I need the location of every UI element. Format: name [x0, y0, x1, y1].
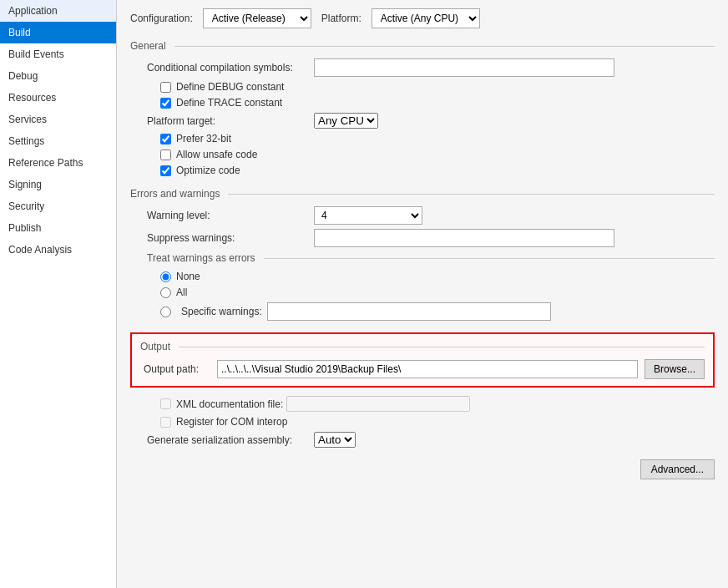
platform-target-row: Platform target: Any CPU x86 x64 — [130, 113, 715, 129]
output-title: Output — [140, 341, 705, 352]
output-path-input[interactable] — [217, 360, 638, 378]
none-radio[interactable] — [160, 271, 171, 282]
define-trace-checkbox[interactable] — [160, 98, 171, 109]
optimize-code-row: Optimize code — [130, 165, 715, 176]
errors-warnings-section: Errors and warnings Warning level: 4 0 1… — [130, 188, 715, 321]
general-title: General — [130, 40, 715, 52]
sidebar-item-application[interactable]: Application — [0, 0, 116, 22]
configuration-select[interactable]: Active (Release)DebugReleaseAll Configur… — [203, 8, 311, 28]
suppress-warnings-input[interactable] — [314, 229, 614, 247]
suppress-warnings-row: Suppress warnings: — [130, 229, 715, 247]
define-debug-checkbox[interactable] — [160, 82, 171, 93]
prefer-32bit-checkbox[interactable] — [160, 134, 171, 144]
treat-warnings-title: Treat warnings as errors — [147, 252, 715, 264]
specific-radio-row: Specific warnings: — [130, 302, 715, 321]
sidebar-item-publish[interactable]: Publish — [0, 217, 116, 239]
output-path-label: Output path: — [144, 363, 210, 375]
prefer-32bit-label: Prefer 32-bit — [176, 133, 231, 144]
sidebar: ApplicationBuildBuild EventsDebugResourc… — [0, 0, 117, 588]
register-com-label: Register for COM interop — [176, 416, 287, 428]
platform-select[interactable]: Active (Any CPU)Any CPUx86x64 — [372, 8, 480, 28]
xml-doc-row: XML documentation file: — [130, 396, 715, 412]
conditional-label: Conditional compilation symbols: — [147, 62, 314, 74]
sidebar-item-build-events[interactable]: Build Events — [0, 43, 116, 65]
configuration-label: Configuration: — [130, 13, 193, 24]
specific-input[interactable] — [267, 302, 551, 321]
register-com-row: Register for COM interop — [130, 416, 715, 428]
generate-serial-row: Generate serialization assembly: Auto On… — [130, 432, 715, 448]
sidebar-item-settings[interactable]: Settings — [0, 130, 116, 152]
general-section: General Conditional compilation symbols:… — [130, 40, 715, 176]
warning-level-row: Warning level: 4 0 1 2 3 — [130, 206, 715, 225]
sidebar-item-build[interactable]: Build — [0, 22, 116, 43]
optimize-code-checkbox[interactable] — [160, 165, 171, 176]
suppress-warnings-label: Suppress warnings: — [147, 232, 314, 244]
platform-target-select[interactable]: Any CPU x86 x64 — [314, 113, 378, 129]
xml-doc-input[interactable] — [286, 396, 470, 412]
warning-level-label: Warning level: — [147, 210, 314, 221]
register-com-checkbox[interactable] — [160, 417, 171, 428]
main-content: Configuration: Active (Release)DebugRele… — [117, 0, 728, 588]
conditional-input[interactable] — [314, 58, 614, 77]
sidebar-item-security[interactable]: Security — [0, 195, 116, 217]
advanced-button[interactable]: Advanced... — [640, 459, 715, 479]
output-section: Output Output path: Browse... — [130, 332, 715, 388]
allow-unsafe-label: Allow unsafe code — [176, 149, 257, 160]
specific-label: Specific warnings: — [181, 306, 262, 317]
sidebar-item-debug[interactable]: Debug — [0, 65, 116, 87]
sidebar-item-services[interactable]: Services — [0, 109, 116, 130]
platform-target-label: Platform target: — [147, 115, 314, 127]
output-path-row: Output path: Browse... — [140, 359, 705, 379]
optimize-code-label: Optimize code — [176, 165, 240, 176]
config-bar: Configuration: Active (Release)DebugRele… — [130, 8, 715, 28]
generate-serial-select[interactable]: Auto On Off — [314, 432, 356, 448]
platform-label: Platform: — [321, 13, 361, 24]
define-debug-label: Define DEBUG constant — [176, 81, 284, 93]
sidebar-item-reference-paths[interactable]: Reference Paths — [0, 152, 116, 174]
specific-radio[interactable] — [160, 307, 171, 317]
generate-serial-label: Generate serialization assembly: — [147, 434, 314, 446]
allow-unsafe-row: Allow unsafe code — [130, 149, 715, 160]
all-radio-row: All — [130, 286, 715, 298]
all-label: All — [176, 286, 187, 298]
specific-inline: Specific warnings: — [160, 302, 551, 321]
bottom-bar: Advanced... — [130, 459, 715, 479]
define-trace-row: Define TRACE constant — [130, 97, 715, 109]
xml-doc-checkbox[interactable] — [160, 398, 171, 409]
allow-unsafe-checkbox[interactable] — [160, 150, 171, 160]
errors-warnings-title: Errors and warnings — [130, 188, 715, 200]
none-label: None — [176, 271, 200, 282]
browse-button[interactable]: Browse... — [645, 359, 705, 379]
post-output-section: XML documentation file: Register for COM… — [130, 396, 715, 448]
conditional-row: Conditional compilation symbols: — [130, 58, 715, 77]
sidebar-item-code-analysis[interactable]: Code Analysis — [0, 239, 116, 261]
define-debug-row: Define DEBUG constant — [130, 81, 715, 93]
all-radio[interactable] — [160, 287, 171, 298]
define-trace-label: Define TRACE constant — [176, 97, 282, 109]
none-radio-row: None — [130, 271, 715, 282]
warning-level-select[interactable]: 4 0 1 2 3 — [314, 206, 422, 225]
sidebar-item-resources[interactable]: Resources — [0, 87, 116, 109]
xml-doc-label: XML documentation file: — [176, 398, 283, 410]
sidebar-item-signing[interactable]: Signing — [0, 174, 116, 195]
prefer-32bit-row: Prefer 32-bit — [130, 133, 715, 144]
